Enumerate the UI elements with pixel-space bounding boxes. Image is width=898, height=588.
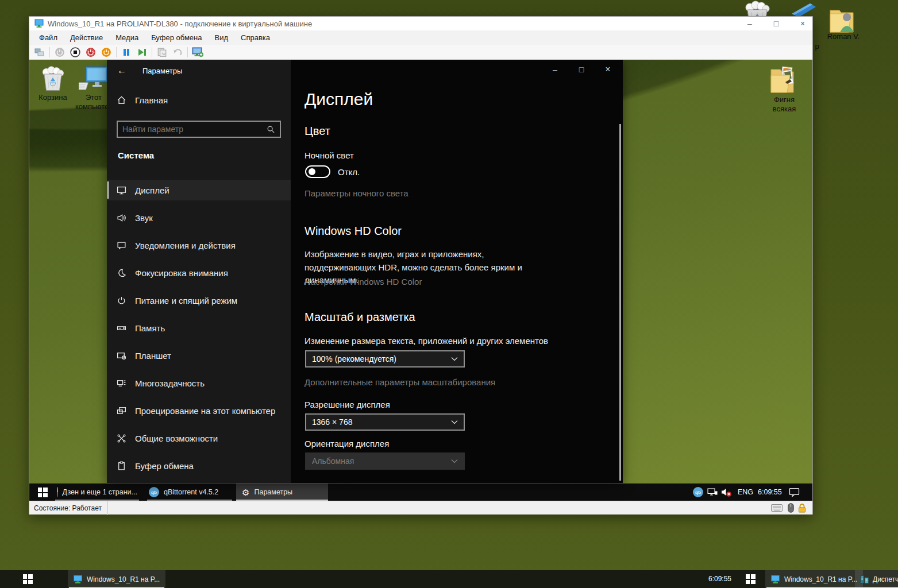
- reset-button[interactable]: [136, 47, 148, 58]
- host-start-button-2[interactable]: [737, 570, 764, 588]
- home-icon: [117, 95, 126, 105]
- sidebar-item-shared-experiences[interactable]: Общие возможности: [107, 428, 291, 448]
- toolbar-separator: [187, 47, 188, 57]
- sidebar-item-focus-assist[interactable]: Фокусировка внимания: [107, 262, 291, 283]
- night-light-toggle[interactable]: [305, 165, 330, 178]
- resolution-dropdown[interactable]: 1366 × 768: [305, 413, 465, 431]
- search-icon[interactable]: [267, 125, 275, 134]
- advanced-scaling-link[interactable]: Дополнительные параметры масштабирования: [305, 377, 495, 387]
- hdr-settings-link[interactable]: Настройки Windows HD Color: [305, 277, 422, 287]
- settings-minimize-button[interactable]: –: [548, 63, 562, 76]
- shared-experiences-icon: [117, 434, 126, 443]
- power-icon: [117, 296, 126, 305]
- menu-media[interactable]: Медиа: [109, 30, 145, 45]
- multitasking-icon: [117, 378, 126, 388]
- storage-icon: [117, 323, 126, 333]
- host-user-folder-label[interactable]: Roman V.: [815, 32, 872, 41]
- vm-window-titlebar[interactable]: Windows_10_R1 на PROLIANT-DL380 - подклю…: [29, 17, 812, 30]
- settings-scrollbar[interactable]: [619, 124, 621, 481]
- host-start-button[interactable]: [11, 570, 44, 588]
- host-task-vmconnect-2[interactable]: Windows_10_R1 на P...: [765, 570, 863, 588]
- lock-status-icon: [797, 503, 807, 513]
- settings-window: ← Параметры Главная: [107, 60, 623, 483]
- sidebar-item-notifications[interactable]: Уведомления и действия: [107, 235, 291, 256]
- save-state-button[interactable]: [101, 47, 112, 58]
- turn-off-button[interactable]: [70, 47, 81, 58]
- vm-pictures-folder-icon[interactable]: [769, 65, 798, 96]
- menu-clipboard[interactable]: Буфер обмена: [145, 30, 208, 45]
- shutdown-button[interactable]: [85, 47, 97, 58]
- host-task-vmconnect[interactable]: Windows_10_R1 на P...: [68, 570, 165, 588]
- moon-icon: [117, 268, 126, 278]
- vm-window-title: Windows_10_R1 на PROLIANT-DL380 - подклю…: [48, 20, 312, 28]
- action-center-icon[interactable]: [789, 488, 800, 497]
- color-section-heading: Цвет: [305, 125, 330, 138]
- sidebar-item-sound[interactable]: Звук: [107, 207, 291, 228]
- keyboard-status-icon: [771, 504, 783, 512]
- start-vm-button[interactable]: [54, 47, 65, 58]
- hdr-section-heading: Windows HD Color: [305, 225, 402, 238]
- vm-task-edge[interactable]: Дзен и еще 1 страни...: [51, 483, 143, 501]
- vm-menubar: Файл Действие Медиа Буфер обмена Вид Спр…: [29, 30, 812, 45]
- sidebar-item-display[interactable]: Дисплей: [107, 180, 291, 200]
- menu-help[interactable]: Справка: [234, 30, 276, 45]
- vm-task-settings[interactable]: ⚙ Параметры: [236, 483, 328, 501]
- sidebar-item-home[interactable]: Главная: [117, 95, 168, 105]
- menu-file[interactable]: Файл: [33, 30, 64, 45]
- vm-this-pc-icon[interactable]: [79, 65, 109, 93]
- vm-toolbar: [29, 45, 812, 60]
- orientation-label: Ориентация дисплея: [305, 439, 389, 448]
- scale-dropdown[interactable]: 100% (рекомендуется): [305, 350, 465, 368]
- tray-volume-muted-icon[interactable]: [720, 487, 732, 497]
- host-taskbar: Windows_10_R1 на P... 6:09:55 Windows_10…: [0, 570, 898, 588]
- vm-recycle-bin-icon[interactable]: [40, 65, 66, 92]
- vm-status-text: Состояние: Работает: [34, 501, 108, 515]
- settings-search-box[interactable]: [117, 121, 281, 138]
- chevron-down-icon: [451, 420, 458, 424]
- host-clock[interactable]: 6:09:55: [687, 570, 731, 588]
- chevron-down-icon: [451, 357, 458, 361]
- chevron-down-icon: [451, 459, 458, 463]
- vmconnect-task-icon: [770, 575, 780, 584]
- windows-logo-icon: [38, 488, 48, 497]
- settings-header: Параметры: [142, 67, 182, 75]
- vm-maximize-button[interactable]: □: [766, 17, 786, 30]
- pause-button[interactable]: [121, 47, 132, 58]
- settings-close-button[interactable]: ×: [601, 63, 615, 76]
- vm-recycle-bin-label[interactable]: Корзина: [35, 93, 71, 102]
- menu-action[interactable]: Действие: [64, 30, 109, 45]
- sidebar-item-clipboard[interactable]: Буфер обмена: [107, 455, 291, 476]
- vm-minimize-button[interactable]: –: [740, 17, 760, 30]
- tray-qbittorrent-icon[interactable]: qb: [693, 487, 703, 497]
- host-task-hyperv-manager[interactable]: Диспетчер: [855, 570, 898, 588]
- toolbar-separator: [152, 47, 152, 57]
- tray-language[interactable]: ENG: [738, 483, 753, 501]
- host-blue-folder-icon[interactable]: [792, 2, 817, 17]
- enhanced-session-button[interactable]: [192, 47, 203, 58]
- checkpoint-button[interactable]: [156, 47, 168, 58]
- vm-close-button[interactable]: ×: [793, 17, 812, 30]
- tray-network-icon[interactable]: [707, 488, 718, 497]
- vm-task-qbittorrent[interactable]: qb qBittorrent v4.5.2: [143, 483, 236, 501]
- edge-icon: [57, 487, 58, 497]
- sidebar-item-storage[interactable]: Память: [107, 318, 291, 338]
- vm-pictures-folder-label[interactable]: Фигня всякая: [766, 95, 803, 114]
- settings-sidebar: ← Параметры Главная: [107, 60, 291, 483]
- sidebar-item-power-sleep[interactable]: Питание и спящий режим: [107, 290, 291, 311]
- sidebar-item-multitasking[interactable]: Многозадачность: [107, 373, 291, 393]
- sidebar-item-tablet[interactable]: Планшет: [107, 345, 291, 366]
- notifications-icon: [117, 241, 126, 250]
- search-input[interactable]: [118, 125, 267, 134]
- revert-button[interactable]: [172, 47, 183, 58]
- menu-view[interactable]: Вид: [208, 30, 234, 45]
- tray-clock[interactable]: 6:09:55: [758, 483, 782, 501]
- tablet-icon: [117, 351, 126, 361]
- host-user-folder-icon[interactable]: [828, 6, 858, 33]
- night-light-label: Ночной свет: [305, 150, 354, 160]
- settings-maximize-button[interactable]: □: [575, 63, 588, 76]
- sidebar-item-projecting[interactable]: Проецирование на этот компьютер: [107, 400, 291, 421]
- back-arrow-icon[interactable]: ←: [117, 65, 126, 76]
- ctrl-alt-del-button[interactable]: [34, 47, 45, 58]
- vmconnect-task-icon: [73, 575, 83, 584]
- night-light-settings-link[interactable]: Параметры ночного света: [305, 188, 408, 198]
